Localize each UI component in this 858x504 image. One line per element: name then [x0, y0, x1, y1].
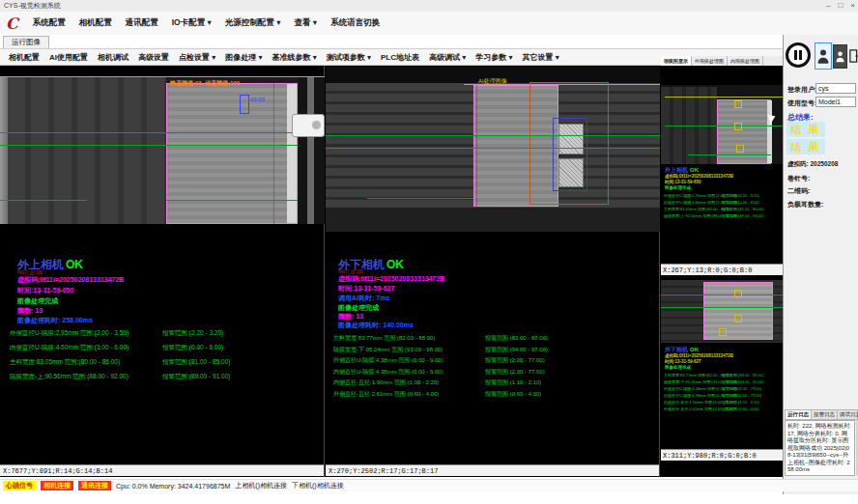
left-process-done: 图像处理完成 [17, 296, 58, 306]
mini-top-image [661, 85, 783, 164]
app-logo-icon: C [6, 14, 18, 33]
toolbar-item[interactable]: 图像处理 ▾ [220, 52, 267, 63]
measurement-row: 主料宽度:83.77mm 范围:(82.00 - 88.00) 报警范围:(83… [664, 372, 763, 378]
toolbar-item[interactable]: 相机配置 [4, 52, 44, 63]
measurement-row: 内侧直径U-隔膜:4.38mm 范围:(0.00 - 9.00) 报警范围:(2… [664, 392, 763, 399]
measurement-row: 外侧直径-直径:2.61mm 范围:(0.60 - 4.00) 报警范围:(0.… [664, 406, 763, 412]
middle-image-strip: AI处理图像 [326, 66, 660, 232]
log-tabs: 运行日志 报警日志 调试日志 [785, 409, 858, 420]
tab-debug-log[interactable]: 调试日志 [838, 410, 858, 419]
mini-bottom-done: 图像处理完成 [665, 365, 691, 370]
left-pixel-coord-bar: X:7677;Y:891;R:14;G:14;B:14 [0, 464, 324, 476]
menu-item[interactable]: 系统配置 [26, 17, 72, 29]
camera-link-badge: 相机连接 [41, 481, 73, 490]
mini-top-virtual-code: 虚拟码:0f11i=2025020813313472B [665, 174, 733, 179]
maximize-button[interactable]: □ [838, 0, 843, 12]
toolbar-item[interactable]: 点检设置 ▾ [174, 52, 220, 63]
model-input[interactable]: Model1 [815, 97, 856, 107]
toolbar-item[interactable]: 相机调试 [93, 52, 133, 63]
toolbar-item[interactable]: 学习参数 ▾ [471, 52, 517, 63]
needle-number-label: 卷针号: [787, 174, 810, 183]
mini-bottom-virtual-code: 虚拟码:0f11i=2025020813313472B [665, 353, 733, 358]
log-text-area[interactable]: 耗时: 222, 网络检测耗时: 17, 网络分类耗时: 0, 网络提取分区耗时… [785, 420, 855, 476]
model-label: 使用型号: [787, 98, 816, 108]
alarm-range-text: 报警范围:(0.60 - 4.00) [722, 406, 759, 412]
minimize-button[interactable]: – [826, 0, 830, 12]
pause-button[interactable] [786, 42, 811, 68]
toolbar-item[interactable]: 高级调试 ▾ [424, 52, 471, 63]
toolbar-item[interactable]: 测试项参数 ▾ [322, 52, 376, 63]
login-user-input[interactable]: cys [815, 83, 856, 94]
measurement-text: 外侧直径U-隔膜:2.95mm 范围:(2.00 - 3.50) [10, 325, 162, 340]
measurement-text: 内侧直径-直径:1.90mm 范围:(1.00 - 2.20) [664, 399, 722, 406]
window-controls: – □ × [826, 0, 855, 12]
left-image-strip: 静态阈值:93, 动态阈值:100 93.03 [0, 77, 325, 224]
left-virtual-code: 虚拟码:0f11i=2025020813313472B [17, 275, 124, 285]
mini-bottom-measurements: 主料宽度:83.77mm 范围:(82.00 - 88.00) 报警范围:(83… [664, 372, 763, 412]
toolbar-item[interactable]: 基准线参数 ▾ [268, 52, 322, 63]
measurement-row: 内侧直径U-隔膜:4.38mm 范围:(0.00 - 9.00) 报警范围:(2… [333, 367, 548, 378]
operator-button[interactable] [815, 42, 832, 70]
defect-marker-box [719, 328, 727, 336]
alarm-range-text: 报警范围:(83.00 - 87.00) [722, 372, 763, 378]
measurement-text: 外侧直径-直径:2.61mm 范围:(0.60 - 4.00) [333, 389, 485, 401]
menu-bar: C 系统配置相机配置通讯配置IO卡配置 ▾光源控制配置 ▾查看 ▾系统语言切换 [0, 12, 858, 36]
tab-run-log[interactable]: 运行日志 [786, 410, 812, 419]
tab-object-1 [558, 124, 584, 154]
menu-item[interactable]: 查看 ▾ [287, 17, 324, 29]
middle-ai-elapsed: 调用AI耗时: 7ms [338, 294, 389, 303]
worker-icon [836, 48, 844, 65]
user-icon [817, 46, 829, 66]
close-button[interactable]: × [850, 0, 855, 12]
left-time: 时间:13-31-59-650 [17, 286, 73, 295]
engineer-button[interactable] [833, 44, 847, 69]
menu-item[interactable]: IO卡配置 ▾ [165, 17, 218, 29]
tab-run-image[interactable]: 运行图像 [3, 36, 49, 48]
measurement-text: 内侧直径-直径:1.90mm 范围:(1.00 - 2.20) [333, 378, 485, 389]
tab-alarm-log[interactable]: 报警日志 [812, 410, 838, 419]
connector-part [292, 114, 325, 137]
menu-item[interactable]: 通讯配置 [119, 17, 165, 29]
measurement-text: 内侧直径U-隔膜:4.38mm 范围:(0.00 - 9.00) [333, 367, 485, 378]
camera-name-text: 外上相机 [665, 167, 688, 173]
alarm-range-text: 报警范围:(1.10 - 2.10) [485, 378, 541, 389]
alarm-range-text: 报警范围:(81.00 - 85.00) [722, 206, 763, 212]
middle-measurement-list: 主料宽度:83.77mm 范围:(82.00 - 88.00) 报警范围:(83… [333, 333, 548, 401]
alarm-range-text: 报警范围:(2.20 - 3.20) [162, 325, 223, 340]
measurement-row: 主料宽度:83.05mm 范围:(80.00 - 86.00) 报警范围:(81… [10, 354, 230, 369]
toolbar-item[interactable]: 高级设置 [133, 52, 174, 63]
toolbar-item[interactable]: 其它设置 ▾ [518, 52, 564, 63]
title-bar: CYS-视觉检测系统 [0, 0, 858, 12]
toolbar-item[interactable]: PLC地址表 [376, 52, 424, 63]
mini-bottom-time: 时间:13-31-59-627 [665, 359, 701, 364]
camera-stage: 静态阈值:93, 动态阈值:100 93.03 外上相机OK NG汇总:0|1 … [0, 66, 783, 477]
defect-mini-panel[interactable]: 外上相机OK 虚拟码:0f11i=2025020813313472B 时间:13… [661, 66, 783, 477]
measurement-row: 内侧直径-直径:1.90mm 范围:(1.00 - 2.20) 报警范围:(1.… [333, 378, 548, 389]
measurement-row: 主料宽度:83.05mm 范围:(80.00 - 86.00) 报警范围:(81… [664, 206, 763, 212]
camera-result-ok: OK [690, 347, 699, 352]
middle-camera-view[interactable]: AI处理图像 外下相机OK NG汇总:0|0 虚拟码:0f11i=2025020… [326, 66, 660, 477]
left-elapsed: 图像处理耗时: 258.00ms [17, 316, 93, 325]
toolbar-item[interactable]: AI使用配置 [44, 52, 93, 63]
menu-item[interactable]: 系统语言切换 [324, 17, 386, 29]
camera-name-text: 外下相机 [665, 347, 688, 352]
left-camera-view[interactable]: 静态阈值:93, 动态阈值:100 93.03 外上相机OK NG汇总:0|1 … [0, 66, 325, 477]
alarm-range-text: 报警范围:(0.00 - 8.00) [722, 199, 759, 206]
upper-camera-link[interactable]: 上相机()相机连接 [235, 481, 287, 490]
measurement-text: 主料宽度:83.77mm 范围:(82.00 - 88.00) [664, 372, 722, 378]
negative-tab-count-label: 负极耳数量: [787, 200, 823, 210]
view-tab-row: 运行图像 [0, 35, 783, 49]
exit-button[interactable] [848, 43, 858, 68]
measure-tag-text: 93.03 [250, 97, 265, 102]
left-lap-count: 圈数: 13 [17, 306, 43, 316]
measure-tag-box [240, 95, 249, 114]
defect-marker-box [736, 145, 744, 153]
app-window: CYS-视觉检测系统 – □ × C 系统配置相机配置通讯配置IO卡配置 ▾光源… [0, 0, 858, 504]
menu-item[interactable]: 光源控制配置 ▾ [218, 17, 288, 29]
lower-camera-link[interactable]: 下相机()相机连接 [292, 481, 344, 490]
measurement-text: 隔膜宽度-下:95.24mm 范围:(93.00 - 98.00) [664, 378, 722, 385]
defect-marker-box [734, 315, 742, 322]
menu-item[interactable]: 相机配置 [72, 17, 119, 29]
menu-items: 系统配置相机配置通讯配置IO卡配置 ▾光源控制配置 ▾查看 ▾系统语言切换 [26, 17, 386, 29]
alarm-range-text: 报警范围:(2.00 - 77.00) [485, 367, 545, 378]
